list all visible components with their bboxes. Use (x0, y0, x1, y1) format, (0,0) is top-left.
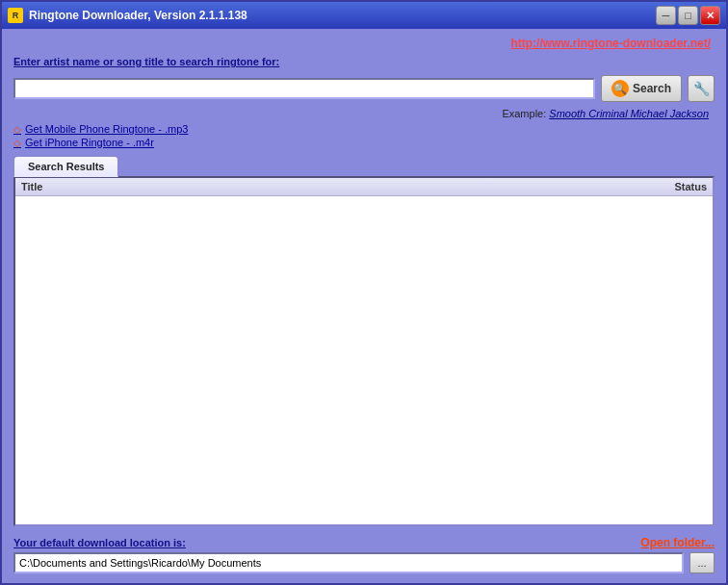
list-item[interactable]: ◇ Get iPhone Ringtone - .m4r (13, 137, 715, 148)
settings-button[interactable]: 🔧 (688, 75, 715, 102)
table-header: Title Status (15, 178, 713, 196)
mp3-link-label: Get Mobile Phone Ringtone - .mp3 (25, 123, 188, 135)
open-folder-link[interactable]: Open folder... (640, 536, 715, 549)
title-bar: R Ringtone Downloader, Version 2.1.1.138… (2, 2, 726, 29)
search-button[interactable]: 🔍 Search (601, 75, 682, 102)
m4r-link-label: Get iPhone Ringtone - .m4r (25, 137, 154, 148)
results-table: Title Status (13, 176, 715, 526)
example-prefix: Example: (502, 108, 546, 119)
search-icon: 🔍 (611, 80, 629, 97)
col-status-header: Status (630, 181, 707, 192)
example-text[interactable]: Smooth Criminal Michael Jackson (549, 108, 709, 119)
app-icon: R (8, 8, 23, 23)
window-controls: ─ □ ✕ (656, 6, 720, 25)
table-body (15, 196, 713, 521)
url-bar: http://www.ringtone-downloader.net/ (13, 37, 715, 50)
browse-button[interactable]: ... (689, 552, 715, 573)
search-button-label: Search (633, 82, 671, 95)
example-row: Example: Smooth Criminal Michael Jackson (13, 108, 715, 119)
tab-search-results[interactable]: Search Results (13, 156, 118, 177)
website-link[interactable]: http://www.ringtone-downloader.net/ (510, 37, 711, 50)
diamond-icon: ◇ (13, 138, 21, 148)
search-label: Enter artist name or song title to searc… (13, 56, 715, 67)
search-input[interactable] (13, 78, 595, 99)
table-area: Search Results Title Status (13, 154, 715, 526)
maximize-button[interactable]: □ (678, 6, 698, 25)
title-bar-left: R Ringtone Downloader, Version 2.1.1.138 (8, 8, 247, 23)
search-row: 🔍 Search 🔧 (13, 75, 715, 102)
bottom-bar: Your default download location is: Open … (13, 532, 715, 573)
minimize-button[interactable]: ─ (656, 6, 676, 25)
diamond-icon: ◇ (13, 124, 21, 135)
col-title-header: Title (21, 181, 630, 192)
tab-strip: Search Results (13, 156, 715, 177)
content-area: http://www.ringtone-downloader.net/ Ente… (2, 29, 726, 583)
window-title: Ringtone Downloader, Version 2.1.1.138 (29, 9, 247, 22)
download-path-input[interactable] (13, 552, 684, 573)
tab-container: Search Results (13, 156, 715, 177)
settings-icon: 🔧 (693, 81, 710, 96)
list-item[interactable]: ◇ Get Mobile Phone Ringtone - .mp3 (13, 123, 715, 135)
main-window: R Ringtone Downloader, Version 2.1.1.138… (0, 0, 728, 585)
close-button[interactable]: ✕ (700, 6, 720, 25)
download-location-label: Your default download location is: (13, 537, 186, 548)
links-row: ◇ Get Mobile Phone Ringtone - .mp3 ◇ Get… (13, 123, 715, 148)
path-row: ... (13, 552, 715, 573)
